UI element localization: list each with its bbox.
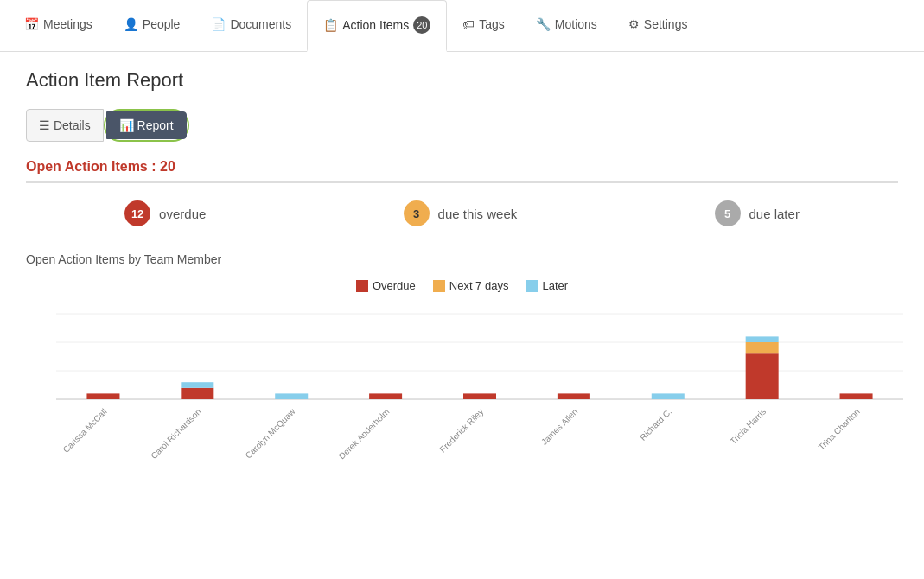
later-label: due later [749,207,800,221]
legend-next7: Next 7 days [433,279,509,292]
chart-wrapper: 15 10 5 0 [26,305,898,498]
legend-next7-color [433,280,445,292]
settings-icon: ⚙ [628,17,640,31]
action-items-badge: 20 [413,16,430,34]
bar-chart-canvas [56,305,903,495]
meetings-icon: 📅 [24,17,39,31]
overdue-label: overdue [159,207,206,221]
tab-report[interactable]: 📊 Report [106,111,187,139]
legend-overdue: Overdue [356,279,416,292]
legend-overdue-label: Overdue [373,279,416,292]
page-title: Action Item Report [26,69,898,92]
thisweek-label: due this week [438,207,518,221]
tab-details[interactable]: ☰ Details [26,109,104,142]
legend-later-label: Later [542,279,568,292]
overdue-badge: 12 [124,200,150,226]
tags-icon: 🏷 [462,17,475,31]
chart-title: Open Action Items by Team Member [26,252,898,266]
report-tab-highlight: 📊 Report [104,109,189,142]
action-items-icon: 📋 [323,18,338,32]
nav-meetings[interactable]: 📅 Meetings [9,0,108,51]
stat-later: 5 due later [715,200,800,226]
main-content: Action Item Report ☰ Details 📊 Report Op… [0,52,924,579]
nav-documents[interactable]: 📄 Documents [195,0,307,51]
report-icon: 📊 [119,118,134,132]
chart-section: Open Action Items by Team Member Overdue… [26,252,898,498]
open-action-items-heading: Open Action Items : 20 [26,159,898,183]
navbar: 📅 Meetings 👤 People 📄 Documents 📋 Action… [0,0,924,52]
chart-legend: Overdue Next 7 days Later [26,279,898,292]
legend-next7-label: Next 7 days [449,279,509,292]
legend-overdue-color [356,280,368,292]
stat-overdue: 12 overdue [124,200,206,226]
nav-motions[interactable]: 🔧 Motions [520,0,613,51]
thisweek-badge: 3 [404,200,430,226]
legend-later: Later [526,279,568,292]
nav-action-items[interactable]: 📋 Action Items 20 [307,0,447,52]
later-badge: 5 [715,200,741,226]
people-icon: 👤 [124,17,138,31]
details-icon: ☰ [39,118,50,132]
nav-settings[interactable]: ⚙ Settings [613,0,704,51]
documents-icon: 📄 [211,17,226,31]
nav-tags[interactable]: 🏷 Tags [447,0,520,51]
stat-thisweek: 3 due this week [404,200,518,226]
tab-bar: ☰ Details 📊 Report [26,109,898,142]
nav-people[interactable]: 👤 People [108,0,196,51]
legend-later-color [526,280,538,292]
motions-icon: 🔧 [536,17,551,31]
stats-row: 12 overdue 3 due this week 5 due later [26,200,898,226]
